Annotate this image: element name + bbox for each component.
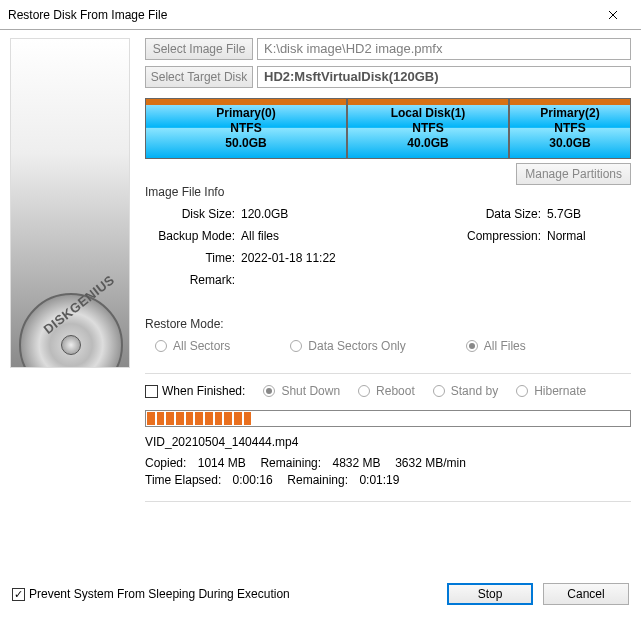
partition-2[interactable]: Primary(2) NTFS 30.0GB <box>509 98 631 159</box>
radio-icon <box>155 340 167 352</box>
content-area: DISKGENIUS Select Image File K:\disk ima… <box>0 30 641 575</box>
radio-label: All Files <box>484 339 526 353</box>
radio-icon <box>516 385 528 397</box>
target-disk-value: HD2:MsftVirtualDisk(120GB) <box>257 66 631 88</box>
partition-bar: Primary(0) NTFS 50.0GB Local Disk(1) NTF… <box>145 98 631 159</box>
when-finished-label: When Finished: <box>162 384 245 398</box>
backup-mode-value: All files <box>241 229 321 243</box>
radio-icon <box>290 340 302 352</box>
radio-all-files: All Files <box>466 339 526 353</box>
radio-icon <box>433 385 445 397</box>
partition-fs: NTFS <box>554 121 585 136</box>
radio-data-sectors: Data Sectors Only <box>290 339 405 353</box>
window-title: Restore Disk From Image File <box>8 8 167 22</box>
partition-size: 50.0GB <box>225 136 266 151</box>
stop-button[interactable]: Stop <box>447 583 533 605</box>
rate-value: 3632 MB/min <box>395 455 466 472</box>
remark-label: Remark: <box>145 273 235 287</box>
partition-size: 40.0GB <box>407 136 448 151</box>
divider <box>145 501 631 502</box>
copied-value: 1014 MB <box>198 455 246 472</box>
remaining2-value: 0:01:19 <box>359 472 399 489</box>
disk-size-value: 120.0GB <box>241 207 321 221</box>
copied-label: Copied: <box>145 455 186 472</box>
radio-icon <box>358 385 370 397</box>
radio-label: Stand by <box>451 384 498 398</box>
remaining2-label: Remaining: <box>287 472 348 489</box>
radio-label: Reboot <box>376 384 415 398</box>
partition-name: Local Disk(1) <box>391 106 466 121</box>
radio-label: Data Sectors Only <box>308 339 405 353</box>
time-value: 2022-01-18 11:22 <box>241 251 336 265</box>
radio-shutdown: Shut Down <box>263 384 340 398</box>
radio-reboot: Reboot <box>358 384 415 398</box>
image-file-path: K:\disk image\HD2 image.pmfx <box>257 38 631 60</box>
main-panel: Select Image File K:\disk image\HD2 imag… <box>145 38 631 575</box>
current-file: VID_20210504_140444.mp4 <box>145 435 631 449</box>
partition-fs: NTFS <box>412 121 443 136</box>
partition-1[interactable]: Local Disk(1) NTFS 40.0GB <box>347 98 509 159</box>
time-label: Time: <box>145 251 235 265</box>
checkmark-icon: ✓ <box>14 589 23 600</box>
radio-hibernate: Hibernate <box>516 384 586 398</box>
radio-standby: Stand by <box>433 384 498 398</box>
partition-0[interactable]: Primary(0) NTFS 50.0GB <box>145 98 347 159</box>
prevent-sleep-checkbox[interactable]: ✓ Prevent System From Sleeping During Ex… <box>12 587 290 601</box>
data-size-label: Data Size: <box>441 207 541 221</box>
image-info-title: Image File Info <box>145 185 631 199</box>
partition-name: Primary(0) <box>216 106 275 121</box>
manage-partitions-button[interactable]: Manage Partitions <box>516 163 631 185</box>
checkbox-icon: ✓ <box>12 588 25 601</box>
remaining-label: Remaining: <box>260 455 321 472</box>
close-icon <box>608 10 618 20</box>
radio-icon <box>263 385 275 397</box>
radio-label: Shut Down <box>281 384 340 398</box>
radio-icon <box>466 340 478 352</box>
elapsed-value: 0:00:16 <box>233 472 273 489</box>
progress-stats: Copied: 1014 MB Remaining: 4832 MB 3632 … <box>145 455 631 489</box>
radio-label: Hibernate <box>534 384 586 398</box>
radio-all-sectors: All Sectors <box>155 339 230 353</box>
titlebar: Restore Disk From Image File <box>0 0 641 30</box>
data-size-value: 5.7GB <box>547 207 627 221</box>
compression-label: Compression: <box>441 229 541 243</box>
when-finished-checkbox[interactable]: When Finished: <box>145 384 245 398</box>
image-info-grid: Disk Size: 120.0GB Data Size: 5.7GB Back… <box>145 199 631 291</box>
prevent-sleep-label: Prevent System From Sleeping During Exec… <box>29 587 290 601</box>
compression-value: Normal <box>547 229 627 243</box>
elapsed-label: Time Elapsed: <box>145 472 221 489</box>
backup-mode-label: Backup Mode: <box>145 229 235 243</box>
divider <box>145 373 631 374</box>
disc-center-icon <box>61 335 81 355</box>
checkbox-icon <box>145 385 158 398</box>
progress-bar <box>145 410 631 427</box>
partition-fs: NTFS <box>230 121 261 136</box>
partition-size: 30.0GB <box>549 136 590 151</box>
select-image-button[interactable]: Select Image File <box>145 38 253 60</box>
sidebar-graphic: DISKGENIUS <box>10 38 130 368</box>
partition-name: Primary(2) <box>540 106 599 121</box>
select-target-button[interactable]: Select Target Disk <box>145 66 253 88</box>
disk-size-label: Disk Size: <box>145 207 235 221</box>
radio-label: All Sectors <box>173 339 230 353</box>
footer: ✓ Prevent System From Sleeping During Ex… <box>0 575 641 613</box>
restore-mode-title: Restore Mode: <box>145 317 631 331</box>
close-button[interactable] <box>593 1 633 29</box>
cancel-button[interactable]: Cancel <box>543 583 629 605</box>
remaining-value: 4832 MB <box>332 455 380 472</box>
